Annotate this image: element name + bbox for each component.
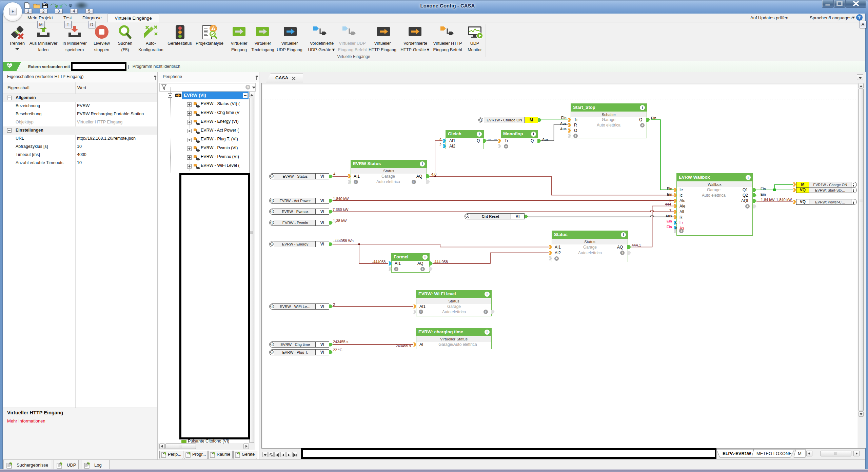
svg-text:ELPA-EVR1W: ELPA-EVR1W bbox=[723, 451, 751, 456]
svg-text:METEO LOXONE: METEO LOXONE bbox=[756, 451, 792, 456]
svg-text:M: M bbox=[798, 451, 802, 456]
